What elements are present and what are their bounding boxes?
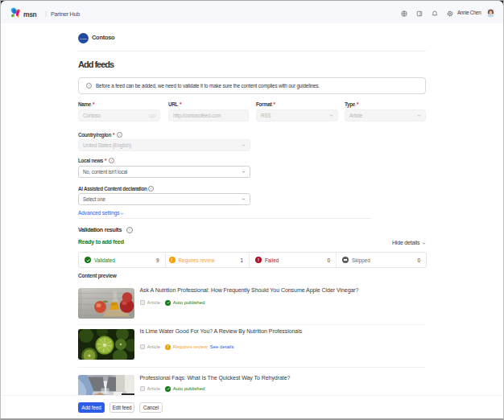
svg-text:Contoso: Contoso	[80, 38, 88, 40]
